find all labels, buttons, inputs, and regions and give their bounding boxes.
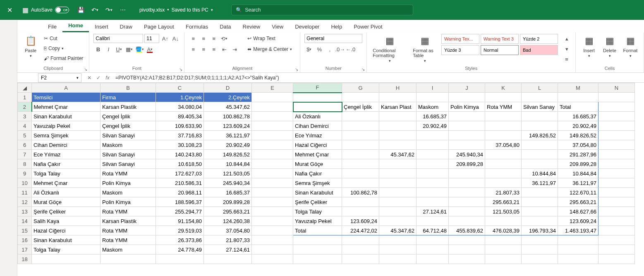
row-12[interactable]: 12Murat GöçePolin Kimya188.596,37209.899… bbox=[18, 197, 635, 207]
row-2[interactable]: 2Mehmet ÇınarKarsan Plastik34.080,0445.3… bbox=[18, 102, 635, 112]
align-bottom-icon[interactable]: ≡ bbox=[209, 34, 218, 43]
tab-formulas[interactable]: Formulas bbox=[180, 21, 214, 32]
tab-help[interactable]: Help bbox=[325, 21, 348, 32]
file-title[interactable]: pivotby.xlsx • Saved to this PC ▾ bbox=[139, 7, 213, 13]
fx-icon[interactable]: fx bbox=[104, 75, 111, 81]
row-9[interactable]: 9Tolga TalayRota YMM172.627,03121.503,05… bbox=[18, 169, 635, 178]
tab-file[interactable]: File bbox=[42, 21, 62, 32]
style-warning-text-3[interactable]: Warning Text 3 bbox=[481, 34, 519, 44]
styles-scroll-up-icon[interactable]: ▴ bbox=[562, 34, 571, 43]
format-cells-button[interactable]: ▦Format▾ bbox=[621, 34, 639, 65]
worksheet-grid[interactable]: ◢ ABCDE F GHIJKLMN 1TemsilciFirma1.Çeyre… bbox=[17, 83, 644, 264]
orientation-icon[interactable]: ⟲▾ bbox=[220, 34, 229, 43]
increase-indent-icon[interactable]: ⇥ bbox=[230, 45, 239, 54]
underline-button[interactable]: U▾ bbox=[114, 45, 123, 54]
merge-center-button[interactable]: ⬌Merge & Center▾ bbox=[246, 45, 294, 54]
insert-cells-button[interactable]: ▦Insert▾ bbox=[580, 34, 598, 65]
tab-power-pivot[interactable]: Power Pivot bbox=[348, 21, 388, 32]
paste-button[interactable]: 📋 Paste▾ bbox=[22, 34, 40, 65]
styles-label: Styles bbox=[371, 65, 571, 72]
increase-font-icon[interactable]: A↑ bbox=[160, 34, 170, 43]
clipboard-launcher-icon[interactable]: ↘ bbox=[84, 67, 87, 72]
number-launcher-icon[interactable]: ↘ bbox=[362, 67, 365, 72]
align-right-icon[interactable]: ≡ bbox=[209, 45, 218, 54]
row-13[interactable]: 13Şerife ÇelikerRota YMM255.294,77295.66… bbox=[18, 207, 635, 216]
enter-formula-icon[interactable]: ✓ bbox=[95, 75, 102, 81]
tab-developer[interactable]: Developer bbox=[289, 21, 325, 32]
toggle-off-icon[interactable]: Off bbox=[55, 7, 69, 13]
styles-scroll-down-icon[interactable]: ▾ bbox=[562, 44, 571, 53]
format-as-table-button[interactable]: ▦Format as Table▾ bbox=[411, 34, 439, 65]
styles-expand-icon[interactable]: ≡ bbox=[562, 55, 571, 64]
style-normal[interactable]: Normal bbox=[481, 45, 519, 55]
name-box[interactable]: F2▾ bbox=[38, 73, 81, 82]
row-10[interactable]: 10Mehmet ÇınarPolin Kimya210.586,31245.9… bbox=[18, 178, 635, 188]
conditional-formatting-button[interactable]: ▦Conditional Formatting▾ bbox=[371, 34, 409, 65]
font-name-select[interactable] bbox=[93, 34, 143, 43]
row-4[interactable]: 4Yavuzalp PekelÇengel İplik109.633,90123… bbox=[18, 121, 635, 131]
row-17[interactable]: 17Tolga TalayMaskom24.778,4927.124,61 bbox=[18, 245, 635, 254]
copy-button[interactable]: ⎘Copy▾ bbox=[42, 44, 85, 53]
tab-page-layout[interactable]: Page Layout bbox=[138, 21, 180, 32]
decrease-indent-icon[interactable]: ⇤ bbox=[220, 45, 229, 54]
column-headers[interactable]: ◢ ABCDE F GHIJKLMN bbox=[18, 83, 635, 93]
tab-review[interactable]: Review bbox=[237, 21, 266, 32]
row-5[interactable]: 5Semra ŞimşekSilvan Sanayi37.716,8336.12… bbox=[18, 131, 635, 140]
autosave-toggle[interactable]: ▦ AutoSave Off bbox=[20, 5, 72, 15]
style-warning-text[interactable]: Warning Tex... bbox=[441, 34, 479, 44]
row-1[interactable]: 1TemsilciFirma1.Çeyrek2.Çeyrek bbox=[18, 93, 635, 102]
tab-home[interactable]: Home bbox=[62, 20, 89, 32]
qat-more-icon[interactable]: ⋯ bbox=[118, 5, 128, 15]
font-launcher-icon[interactable]: ↘ bbox=[179, 67, 182, 72]
search-input[interactable]: 🔍 Search bbox=[231, 5, 413, 15]
bold-button[interactable]: B bbox=[93, 45, 103, 54]
style-bad[interactable]: Bad bbox=[520, 45, 558, 55]
row-6[interactable]: 6Cihan DemirciMaskom30.108,2320.902,49Ha… bbox=[18, 140, 635, 150]
font-color-button[interactable]: A▾ bbox=[145, 45, 154, 54]
increase-decimal-icon[interactable]: .0→ bbox=[335, 45, 345, 54]
tab-insert[interactable]: Insert bbox=[89, 21, 114, 32]
format-painter-button[interactable]: 🖌Format Painter bbox=[42, 54, 85, 63]
align-center-icon[interactable]: ≡ bbox=[199, 45, 208, 54]
cut-button[interactable]: ✂Cut bbox=[42, 34, 85, 43]
number-format-select[interactable] bbox=[304, 34, 362, 43]
tab-data[interactable]: Data bbox=[214, 21, 237, 32]
select-all-cell[interactable]: ◢ bbox=[18, 83, 32, 93]
percent-format-icon[interactable]: % bbox=[315, 45, 324, 54]
row-15[interactable]: 15Hazal CiğerciRota YMM29.519,0337.054,8… bbox=[18, 226, 635, 235]
row-8[interactable]: 8Nafia ÇakırSilvan Sanayi10.618,5010.844… bbox=[18, 159, 635, 169]
comma-format-icon[interactable]: , bbox=[325, 45, 334, 54]
italic-button[interactable]: I bbox=[104, 45, 113, 54]
tab-view[interactable]: View bbox=[266, 21, 289, 32]
align-middle-icon[interactable]: ≡ bbox=[199, 34, 208, 43]
row-14[interactable]: 14Salih KayaKarsan Plastik91.154,80124.2… bbox=[18, 216, 635, 226]
cancel-formula-icon[interactable]: ✕ bbox=[86, 75, 93, 81]
title-bar: ✕ ▦ AutoSave Off 💾 ↶▾ ↷▾ ⋯ pivotby.xlsx … bbox=[0, 0, 644, 20]
font-size-select[interactable] bbox=[144, 34, 159, 43]
row-7[interactable]: 7Ece YılmazSilvan Sanayi140.243,80149.82… bbox=[18, 150, 635, 159]
align-left-icon[interactable]: ≡ bbox=[189, 45, 198, 54]
delete-cells-button[interactable]: ▦Delete▾ bbox=[601, 34, 619, 65]
wrap-text-button[interactable]: ↩Wrap Text bbox=[246, 34, 294, 43]
fill-color-button[interactable]: 🪣▾ bbox=[135, 45, 144, 54]
formula-input[interactable]: =PIVOTBY(A2:A17;B2:B17;D2:D17;SUM;0;1;1;… bbox=[114, 75, 644, 81]
align-top-icon[interactable]: ≡ bbox=[189, 34, 198, 43]
tab-draw[interactable]: Draw bbox=[114, 21, 138, 32]
accounting-format-icon[interactable]: $▾ bbox=[304, 45, 314, 54]
close-icon[interactable]: ✕ bbox=[3, 0, 16, 20]
decrease-decimal-icon[interactable]: ←.0 bbox=[346, 45, 355, 54]
redo-icon[interactable]: ↷▾ bbox=[104, 5, 114, 15]
chevron-down-icon: ▾ bbox=[211, 8, 213, 12]
undo-icon[interactable]: ↶▾ bbox=[90, 5, 100, 15]
row-11[interactable]: 11Ali ÖzkanlıMaskom20.968,1116.685,37Sin… bbox=[18, 188, 635, 197]
row-18[interactable]: 18 bbox=[18, 254, 635, 264]
formula-bar: F2▾ ✕ ✓ fx =PIVOTBY(A2:A17;B2:B17;D2:D17… bbox=[17, 73, 644, 83]
border-button[interactable]: ▦▾ bbox=[124, 45, 134, 54]
style-yuzde-2[interactable]: Yüzde 2 bbox=[520, 34, 558, 44]
row-3[interactable]: 3Sinan KarabulutÇengel İplik89.405,34100… bbox=[18, 112, 635, 121]
style-yuzde-3[interactable]: Yüzde 3 bbox=[441, 45, 479, 55]
decrease-font-icon[interactable]: A↓ bbox=[171, 34, 180, 43]
row-16[interactable]: 16Sinan KarabulutRota YMM26.373,8621.807… bbox=[18, 235, 635, 245]
alignment-launcher-icon[interactable]: ↘ bbox=[295, 67, 298, 72]
save-icon[interactable]: 💾 bbox=[76, 5, 86, 15]
